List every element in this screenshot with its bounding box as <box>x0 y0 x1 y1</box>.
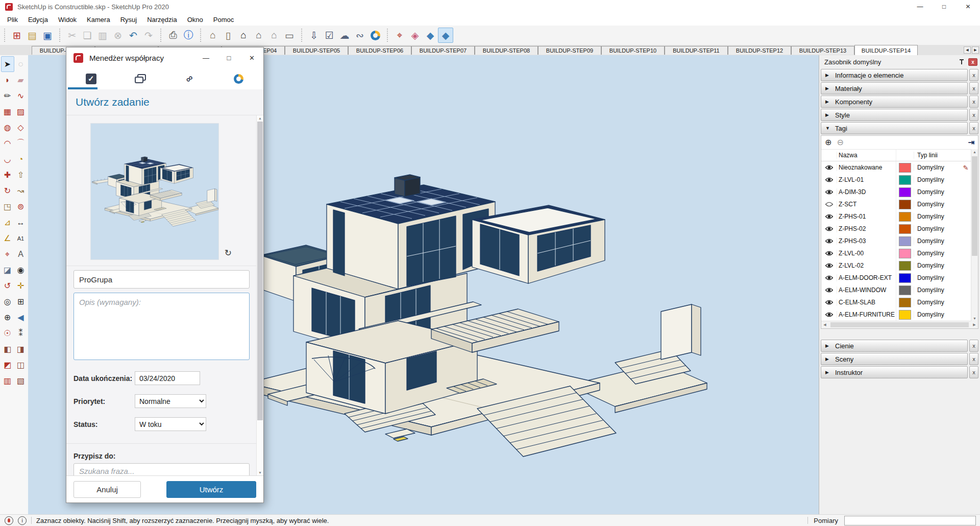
print-icon[interactable]: ⎙ <box>165 28 181 43</box>
zoom-tool-icon[interactable]: ◎ <box>1 294 14 309</box>
open-model-icon[interactable]: ▤ <box>24 28 40 43</box>
menu-item-rysuj[interactable]: Rysuj <box>115 14 142 25</box>
section-close-icon[interactable]: x <box>969 95 978 108</box>
section-cienie[interactable]: ▶Cieniex <box>821 340 978 352</box>
section-close-icon[interactable]: x <box>969 109 978 121</box>
tag-name[interactable]: Z-LVL-00 <box>837 250 896 257</box>
pan-tool-icon[interactable]: ✛ <box>14 278 28 294</box>
scene-tab[interactable]: BUILDUP-STEP10 <box>601 46 665 55</box>
eye-visible-icon[interactable] <box>821 238 837 244</box>
scene-tab[interactable]: BUILDUP-STEP09 <box>538 46 601 55</box>
remove-tag-icon[interactable]: ⊖ <box>837 138 843 147</box>
zoom-extents-tool-icon[interactable]: ⊕ <box>1 309 14 325</box>
scale-tool-icon[interactable]: ◳ <box>1 199 14 214</box>
rotate-tool-icon[interactable]: ↻ <box>1 183 14 199</box>
section-tool-b-tool-icon[interactable]: ◨ <box>14 341 28 357</box>
tag-color-cell[interactable] <box>896 198 914 210</box>
section-bar[interactable]: ▶Materiały <box>821 82 968 94</box>
tag-row[interactable]: Z-SCTDomyślny <box>821 198 978 210</box>
eye-visible-icon[interactable] <box>821 275 837 281</box>
toolbar-grip[interactable] <box>200 29 202 42</box>
create-button[interactable]: Utwórz <box>166 481 256 498</box>
model-info-icon[interactable]: ⓘ <box>181 28 196 43</box>
toolbar-grip[interactable] <box>59 29 61 42</box>
priority-select[interactable]: Normalne <box>135 394 206 408</box>
tag-row[interactable]: Z-LVL-00Domyślny <box>821 247 978 259</box>
scroll-right-icon[interactable]: ▶ <box>971 323 978 327</box>
scene-tab-next-icon[interactable]: ▶ <box>972 46 979 54</box>
tag-name[interactable]: A-DIM-3D <box>837 188 896 196</box>
tag-line-type[interactable]: Domyślny <box>914 311 960 318</box>
tag-color-cell[interactable] <box>896 161 914 174</box>
scrollbar-thumb[interactable] <box>830 322 969 327</box>
tags-vertical-scrollbar[interactable]: ▲ ▼ <box>971 149 978 321</box>
tag-line-type[interactable]: Domyślny <box>914 286 960 294</box>
task-manager-icon[interactable]: ☑ <box>322 28 337 43</box>
tag-line-type[interactable]: Domyślny <box>914 201 960 208</box>
line-tool-icon[interactable]: ✏ <box>1 88 14 104</box>
offset-tool-icon[interactable]: ⊚ <box>14 199 28 214</box>
assign-search-input[interactable] <box>74 463 250 475</box>
tag-color-cell[interactable] <box>896 259 914 272</box>
tag-row[interactable]: Z-PHS-03Domyślny <box>821 235 978 247</box>
tab-comments[interactable] <box>116 68 165 89</box>
close-button[interactable]: ✕ <box>956 0 980 13</box>
two-point-arc-tool-icon[interactable]: ⌒ <box>14 135 28 151</box>
tab-tasks[interactable]: ✓ <box>66 68 116 89</box>
minimize-button[interactable]: — <box>908 0 932 13</box>
polygon-tool-icon[interactable]: ◇ <box>14 119 28 135</box>
edit-pencil-icon[interactable]: ✎ <box>960 164 971 172</box>
follow-me-tool-icon[interactable]: ↝ <box>14 183 28 199</box>
section-bar[interactable]: ▶Informacje o elemencie <box>821 69 968 81</box>
tag-name[interactable]: Z-PHS-03 <box>837 237 896 245</box>
move-axes-icon[interactable]: ⌖ <box>392 28 407 43</box>
export-model-icon[interactable]: ⇩ <box>306 28 322 43</box>
scrollbar-thumb[interactable] <box>972 156 977 256</box>
scroll-down-icon[interactable]: ▼ <box>971 317 978 320</box>
house-chimney-icon[interactable]: ⌂ <box>251 28 266 43</box>
tag-line-type[interactable]: Domyślny <box>914 176 960 183</box>
dialog-minimize-button[interactable]: — <box>194 47 217 68</box>
walk-tool-icon[interactable]: ⁑ <box>14 325 28 341</box>
tag-color-cell[interactable] <box>896 186 914 198</box>
cut-icon[interactable]: ✂ <box>64 28 80 43</box>
section-plane-tool-icon[interactable]: ◪ <box>1 262 14 278</box>
tag-color-swatch[interactable] <box>899 298 911 307</box>
rotated-rectangle-tool-icon[interactable]: ▨ <box>14 104 28 119</box>
due-date-input[interactable] <box>135 371 200 385</box>
scrollbar-thumb[interactable] <box>257 122 263 420</box>
eye-visible-icon[interactable] <box>821 226 837 232</box>
credits-info-icon[interactable]: i <box>18 516 27 525</box>
section-instruktor[interactable]: ▶Instruktorx <box>821 366 978 378</box>
home-solid-icon[interactable]: ⌂ <box>236 28 251 43</box>
tag-color-cell[interactable] <box>896 235 914 247</box>
section-close-icon[interactable]: x <box>969 69 978 81</box>
arc-tool-icon[interactable]: ◠ <box>1 135 14 151</box>
tag-color-swatch[interactable] <box>899 236 911 246</box>
tag-color-swatch[interactable] <box>899 187 911 197</box>
eraser-tool-icon[interactable]: ▰ <box>14 72 28 88</box>
tape-measure-tool-icon[interactable]: ⊿ <box>1 214 14 230</box>
tag-row[interactable]: A-DIM-3DDomyślny <box>821 186 978 198</box>
column-header-name[interactable]: Nazwa <box>837 152 896 159</box>
menu-item-pomoc[interactable]: Pomoc <box>208 14 239 25</box>
eye-visible-icon[interactable] <box>821 177 837 183</box>
section-tags[interactable]: ▼ Tagi x <box>821 122 978 134</box>
push-pull-tool-icon[interactable]: ⇧ <box>14 167 28 183</box>
tray-close-button[interactable]: x <box>968 58 977 66</box>
tag-row[interactable]: A-ELM-DOOR-EXTDomyślny <box>821 272 978 284</box>
tag-line-type[interactable]: Domyślny <box>914 164 960 171</box>
tag-name[interactable]: Z-LVL-01 <box>837 176 896 183</box>
status-select[interactable]: W toku <box>135 417 206 431</box>
save-model-icon[interactable]: ▣ <box>40 28 55 43</box>
scroll-left-icon[interactable]: ◀ <box>821 323 828 327</box>
freehand-tool-icon[interactable]: ∿ <box>14 88 28 104</box>
tag-row[interactable]: NieoznakowaneDomyślny✎ <box>821 161 978 174</box>
tab-links[interactable]: ∞ <box>165 68 214 89</box>
text-tool-icon[interactable]: A1 <box>14 230 28 246</box>
tag-name[interactable]: C-ELM-SLAB <box>837 299 896 306</box>
tag-line-type[interactable]: Domyślny <box>914 188 960 196</box>
section-bar[interactable]: ▶Komponenty <box>821 95 968 108</box>
dialog-maximize-button[interactable]: □ <box>217 47 240 68</box>
tag-row[interactable]: C-ELM-SLABDomyślny <box>821 296 978 308</box>
